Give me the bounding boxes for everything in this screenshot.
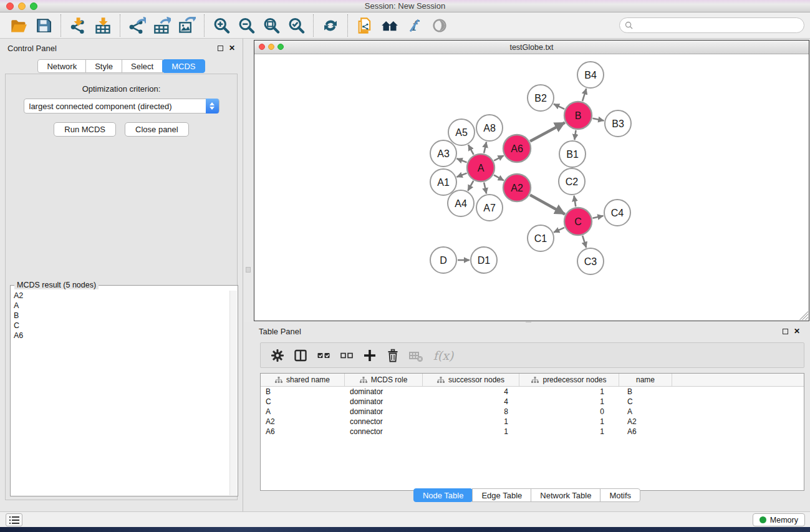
node-A7[interactable]: A7 (476, 195, 503, 221)
tab-select[interactable]: Select (122, 59, 163, 73)
search-field[interactable] (619, 17, 804, 33)
edge-C-C2[interactable] (574, 196, 576, 207)
edge-A-A8[interactable] (484, 142, 486, 153)
table-cell[interactable]: A2 (261, 417, 345, 427)
zoom-in-button[interactable] (209, 14, 234, 37)
close-panel-button[interactable]: Close panel (125, 122, 189, 137)
node-C3[interactable]: C3 (577, 248, 604, 274)
column-header-name[interactable]: name (619, 374, 672, 386)
minimize-window-button[interactable] (18, 2, 26, 10)
table-row[interactable]: Adominator80A (261, 407, 804, 417)
show-hide-button[interactable] (427, 14, 452, 37)
table-cell[interactable]: 1 (519, 427, 619, 437)
edge-A-A6[interactable] (494, 155, 504, 160)
run-mcds-button[interactable]: Run MCDS (54, 122, 116, 137)
table-cell[interactable]: connector (345, 417, 423, 427)
edge-C-C1[interactable] (554, 228, 564, 233)
table-cell[interactable]: A6 (261, 427, 345, 437)
node-D[interactable]: D (430, 247, 456, 273)
toggle-graphics-details-button[interactable]: f (402, 14, 427, 37)
mcds-result-item[interactable]: B (11, 311, 229, 321)
table-cell[interactable]: 1 (423, 427, 519, 437)
edge-B-B4[interactable] (582, 89, 586, 101)
node-B3[interactable]: B3 (605, 110, 631, 137)
node-B[interactable]: B (564, 102, 592, 129)
table-cell[interactable]: A (261, 407, 345, 417)
table-row[interactable]: Bdominator41B (261, 387, 804, 397)
table-cell[interactable]: 1 (519, 397, 619, 407)
delete-row-button[interactable] (383, 346, 402, 365)
table-row[interactable]: Cdominator41C (261, 397, 804, 407)
deselect-all-button[interactable] (337, 346, 356, 365)
table-cell[interactable]: dominator (345, 407, 423, 417)
function-builder-button[interactable]: f(x) (430, 346, 457, 365)
edge-B-B2[interactable] (554, 104, 564, 109)
mcds-result-item[interactable]: A2 (11, 291, 229, 301)
network-canvas[interactable]: B4B2BB3A8A5A6A3B1AC2A1A2A4A7C4CC1C3DD1 (254, 54, 809, 321)
node-A6[interactable]: A6 (503, 135, 531, 162)
column-header-MCDS-role[interactable]: MCDS role (345, 374, 423, 386)
table-cell[interactable]: A (619, 407, 672, 417)
import-table-button[interactable] (90, 14, 115, 37)
table-cell[interactable]: 1 (519, 387, 619, 397)
node-C1[interactable]: C1 (528, 225, 554, 251)
export-image-button[interactable] (175, 14, 200, 37)
table-cell[interactable]: dominator (345, 397, 423, 407)
edge-A-A5[interactable] (468, 145, 474, 155)
table-cell[interactable]: B (619, 387, 672, 397)
node-A[interactable]: A (467, 154, 494, 181)
node-A1[interactable]: A1 (430, 169, 456, 195)
column-header-successor-nodes[interactable]: successor nodes (423, 374, 519, 386)
tab-edge-table[interactable]: Edge Table (472, 488, 531, 502)
table-row[interactable]: A2connector11A2 (261, 417, 804, 427)
node-C4[interactable]: C4 (604, 200, 630, 226)
table-cell[interactable]: C (619, 397, 672, 407)
close-panel-icon[interactable]: ✕ (229, 44, 235, 52)
save-session-button[interactable] (31, 14, 56, 37)
zoom-window-button[interactable] (30, 2, 37, 10)
net-close-button[interactable] (259, 44, 265, 50)
node-B1[interactable]: B1 (559, 141, 586, 167)
optimization-select[interactable]: largest connected component (directed) (24, 99, 219, 114)
net-minimize-button[interactable] (268, 44, 274, 50)
export-table-button[interactable] (150, 14, 175, 37)
close-table-panel-icon[interactable]: ✕ (794, 327, 800, 335)
new-network-from-selection-button[interactable] (352, 14, 377, 37)
tab-network[interactable]: Network (37, 59, 86, 73)
edge-A6-B[interactable] (530, 122, 565, 141)
edge-B-B1[interactable] (574, 130, 576, 140)
refresh-button[interactable] (318, 14, 343, 37)
tab-motifs[interactable]: Motifs (600, 488, 640, 502)
node-B4[interactable]: B4 (577, 62, 604, 88)
node-B2[interactable]: B2 (528, 85, 554, 111)
node-A4[interactable]: A4 (448, 190, 474, 216)
table-cell[interactable]: 4 (423, 397, 519, 407)
node-A5[interactable]: A5 (448, 119, 475, 145)
zoom-selected-button[interactable] (284, 14, 309, 37)
node-A3[interactable]: A3 (430, 140, 456, 167)
edge-B-B3[interactable] (593, 118, 604, 121)
tab-network-table[interactable]: Network Table (531, 488, 600, 502)
table-cell[interactable]: 8 (423, 407, 519, 417)
table-cell[interactable]: 0 (519, 407, 619, 417)
edge-A-A1[interactable] (456, 173, 466, 177)
task-history-button[interactable] (6, 513, 22, 526)
mcds-result-item[interactable]: A (11, 301, 229, 311)
edge-C-C4[interactable] (592, 216, 603, 218)
gear-button[interactable] (268, 346, 287, 365)
column-header-shared-name[interactable]: shared name (261, 374, 345, 386)
export-network-button[interactable] (125, 14, 150, 37)
table-cell[interactable]: A2 (619, 417, 672, 427)
table-cell[interactable]: C (261, 397, 345, 407)
result-scrollbar[interactable] (229, 291, 237, 495)
edge-A-A4[interactable] (468, 181, 473, 191)
node-D1[interactable]: D1 (471, 247, 497, 273)
zoom-fit-button[interactable] (259, 14, 284, 37)
node-A2[interactable]: A2 (503, 174, 531, 201)
show-column-button[interactable] (291, 346, 310, 365)
table-cell[interactable]: A6 (619, 427, 672, 437)
import-network-button[interactable] (65, 14, 90, 37)
mcds-result-item[interactable]: A6 (11, 331, 229, 341)
table-cell[interactable]: 1 (423, 417, 519, 427)
window-resize-grip[interactable] (799, 311, 808, 320)
